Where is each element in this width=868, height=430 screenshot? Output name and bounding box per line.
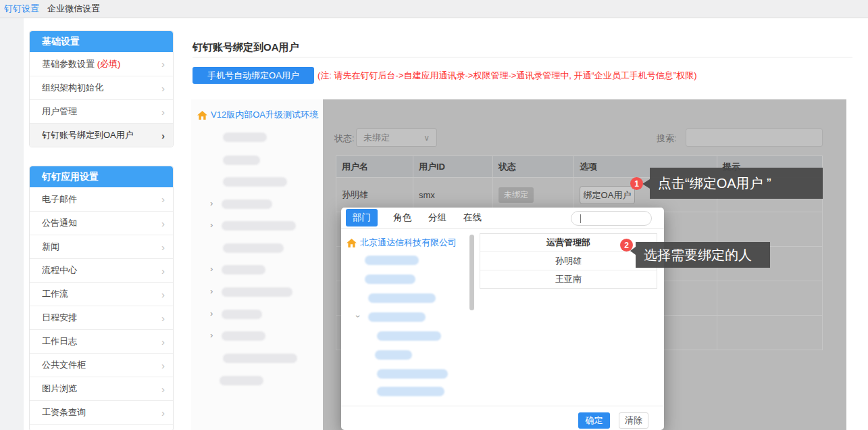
dialog-tab-role[interactable]: 角色 <box>392 209 413 226</box>
sidebar-item-bind-oa-user[interactable]: 钉钉账号绑定到OA用户 › <box>30 123 173 147</box>
chevron-right-icon: › <box>161 312 165 324</box>
sidebar-item-schedule[interactable]: 日程安排› <box>30 306 173 329</box>
dialog-tab-group[interactable]: 分组 <box>427 209 448 226</box>
dialog-company-root[interactable]: 北京通达信科技有限公司 <box>347 237 457 249</box>
step-1-tooltip: 点击“绑定OA用户 ” <box>650 168 823 199</box>
confirm-button[interactable]: 确定 <box>578 412 610 429</box>
sidebar-item-label: 电子邮件 <box>42 193 161 206</box>
sidebar-item-announcement[interactable]: 公告通知› <box>30 211 173 235</box>
sidebar-dingtalk-apps: 钉钉应用设置 电子邮件› 公告通知› 新闻› 流程中心› 工作流› 日程安排› … <box>29 166 174 430</box>
sidebar-item-label: 工作流 <box>42 288 161 300</box>
tooltip-arrow-left <box>642 179 650 189</box>
home-icon <box>347 239 357 247</box>
sidebar-section-title-basic: 基础设置 <box>30 31 173 52</box>
status-filter-select[interactable]: 未绑定 ∨ <box>356 128 437 147</box>
dialog-tab-department[interactable]: 部门 <box>346 209 378 226</box>
chevron-collapsed-icon[interactable]: › <box>210 287 213 296</box>
tree-scrollbar[interactable] <box>469 235 474 310</box>
sidebar-item-user-management[interactable]: 用户管理 › <box>30 99 173 123</box>
chevron-right-icon: › <box>161 106 165 118</box>
chevron-right-icon: › <box>161 193 165 205</box>
chevron-collapsed-icon[interactable]: › <box>210 309 213 318</box>
dialog-footer: 确定 清除 <box>341 406 664 430</box>
redacted-tree-item[interactable] <box>223 354 297 363</box>
redacted-tree-item[interactable] <box>377 331 441 341</box>
sidebar-item-label: 组织架构初始化 <box>42 82 161 94</box>
chevron-right-icon: › <box>161 265 165 277</box>
required-badge: (必填) <box>97 59 121 69</box>
sidebar-item-org-init[interactable]: 组织架构初始化 › <box>30 76 173 99</box>
person-list-item[interactable]: 王亚南 <box>480 270 657 288</box>
redacted-tree-item[interactable] <box>223 156 260 165</box>
chevron-right-icon: › <box>161 383 165 395</box>
redacted-tree-item[interactable] <box>222 287 292 297</box>
redacted-tree-item[interactable] <box>222 221 296 231</box>
sidebar-item-workflow[interactable]: 工作流› <box>30 282 173 306</box>
redacted-tree-item[interactable] <box>222 199 272 209</box>
chevron-right-icon: › <box>161 336 165 348</box>
chevron-expanded-icon[interactable]: › <box>353 315 363 318</box>
status-badge: 未绑定 <box>499 187 534 203</box>
sidebar-item-label: 新闻 <box>42 241 161 253</box>
sidebar-item-email[interactable]: 电子邮件› <box>30 187 173 211</box>
title-divider <box>193 57 852 57</box>
chevron-right-icon: › <box>161 360 165 371</box>
dialog-search-input[interactable] <box>571 211 652 226</box>
redacted-tree-item[interactable] <box>223 177 287 187</box>
chevron-down-icon: ∨ <box>424 133 430 143</box>
dialog-tab-online[interactable]: 在线 <box>462 209 483 226</box>
sidebar-item-label: 工作日志 <box>42 335 161 348</box>
sidebar-section-title-apps: 钉钉应用设置 <box>30 166 173 187</box>
redacted-tree-item[interactable] <box>365 256 419 265</box>
redacted-tree-item[interactable] <box>368 293 436 303</box>
bind-oa-user-button[interactable]: 绑定OA用户 <box>580 186 635 204</box>
sidebar-item-label: 公共文件柜 <box>42 359 161 371</box>
chevron-right-icon: › <box>161 407 165 419</box>
sidebar-item-label: 日程安排 <box>42 312 161 324</box>
sidebar-item-label: 工资条查询 <box>42 406 161 419</box>
chevron-collapsed-icon[interactable]: › <box>210 264 213 274</box>
chevron-collapsed-icon[interactable]: › <box>210 220 213 230</box>
step-2-marker: 2 <box>620 239 633 252</box>
tab-wecom-settings[interactable]: 企业微信设置 <box>43 3 104 15</box>
redacted-tree-item[interactable] <box>375 350 412 360</box>
org-tree-panel: V12版内部OA升级测试环境 ›››››› <box>191 99 323 430</box>
org-tree-root[interactable]: V12版内部OA升级测试环境 <box>197 109 318 121</box>
chevron-collapsed-icon[interactable]: › <box>210 331 213 340</box>
redacted-tree-item[interactable] <box>223 133 267 142</box>
sidebar-item-label: 图片浏览 <box>42 383 161 395</box>
redacted-tree-item[interactable] <box>365 274 415 284</box>
sidebar-item-label: 基础参数设置 <box>42 59 97 69</box>
sidebar-item-image-browse[interactable]: 图片浏览› <box>30 377 173 400</box>
text-caret <box>580 214 581 223</box>
redacted-tree-item[interactable] <box>222 331 265 341</box>
redacted-tree-item[interactable] <box>222 265 265 274</box>
redacted-tree-item[interactable] <box>368 312 426 322</box>
cell-status: 未绑定 <box>492 178 573 212</box>
chevron-right-icon: › <box>161 82 165 94</box>
sidebar-item-public-cabinet[interactable]: 公共文件柜› <box>30 353 173 377</box>
auto-bind-by-phone-button[interactable]: 手机号自动绑定OA用户 <box>193 67 314 84</box>
chevron-right-icon: › <box>161 241 165 253</box>
cell-userid: smx <box>413 178 492 212</box>
redacted-tree-item[interactable] <box>223 243 284 253</box>
sidebar-item-basic-params[interactable]: 基础参数设置 (必填) › <box>30 52 173 76</box>
clear-button[interactable]: 清除 <box>619 412 648 429</box>
redacted-tree-item[interactable] <box>222 310 262 319</box>
sidebar-item-label: 钉钉账号绑定到OA用户 <box>42 129 161 141</box>
sidebar-item-work-diary[interactable]: 工作日志› <box>30 329 173 353</box>
sidebar-item-news[interactable]: 新闻› <box>30 235 173 258</box>
search-input[interactable] <box>686 128 823 147</box>
chevron-collapsed-icon[interactable]: › <box>210 199 213 208</box>
search-label: 搜索: <box>657 133 677 145</box>
redacted-tree-item[interactable] <box>377 387 444 396</box>
chevron-right-icon: › <box>161 218 165 229</box>
tab-dingtalk-settings[interactable]: 钉钉设置 <box>0 3 43 15</box>
select-person-dialog: 部门 角色 分组 在线 北京通达信科技有限公司 运营管理部 孙明雄 王亚南 确定… <box>341 208 664 430</box>
redacted-tree-item[interactable] <box>220 376 263 385</box>
sidebar-item-workflow-center[interactable]: 流程中心› <box>30 258 173 282</box>
step-1-marker: 1 <box>630 177 643 190</box>
sidebar-item-payslip-query[interactable]: 工资条查询› <box>30 400 173 424</box>
sidebar-item-cutoff <box>30 424 173 430</box>
redacted-tree-item[interactable] <box>377 369 448 379</box>
